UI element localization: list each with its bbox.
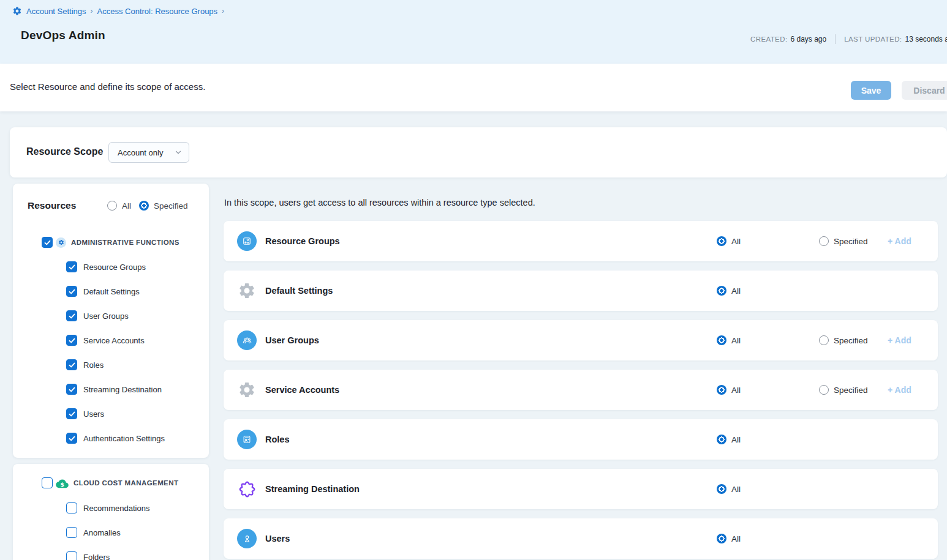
resource-row-users: UsersAll bbox=[224, 518, 938, 559]
breadcrumb-separator: › bbox=[222, 7, 224, 15]
radio-all-label: All bbox=[731, 237, 741, 246]
last-updated-label: LAST UPDATED: bbox=[844, 35, 902, 43]
resource-scope-dropdown[interactable]: Account only bbox=[108, 142, 189, 163]
radio-specified-label: Specified bbox=[834, 336, 868, 345]
radio-all-icon[interactable] bbox=[717, 335, 726, 345]
resource-row-resource-groups: Resource GroupsAllSpecified+ Add bbox=[224, 221, 938, 261]
sidebar-item-resource-groups[interactable]: Resource Groups bbox=[13, 255, 209, 279]
sidebar-item-roles[interactable]: Roles bbox=[13, 353, 209, 377]
radio-all[interactable]: All bbox=[717, 236, 741, 246]
resource-row-default-settings: Default SettingsAll bbox=[224, 271, 938, 311]
radio-all-icon[interactable] bbox=[717, 435, 726, 444]
sidebar-group-items: RecommendationsAnomaliesFolders bbox=[13, 496, 209, 560]
radio-specified-label: Specified bbox=[834, 386, 868, 395]
checkbox-icon[interactable] bbox=[66, 286, 77, 297]
checkbox-icon[interactable] bbox=[66, 502, 77, 513]
sidebar-item-label: Recommendations bbox=[83, 504, 149, 513]
radio-specified-label: Specified bbox=[834, 237, 868, 246]
checkbox-icon[interactable] bbox=[66, 408, 77, 419]
cloud-cost-panel: $ CLOUD COST MANAGEMENT RecommendationsA… bbox=[13, 464, 209, 560]
checkbox-icon[interactable] bbox=[66, 310, 77, 321]
checkbox-icon[interactable] bbox=[66, 261, 77, 272]
add-button[interactable]: + Add bbox=[888, 236, 911, 246]
checkbox-icon[interactable] bbox=[66, 433, 77, 444]
radio-all-icon[interactable] bbox=[107, 201, 117, 211]
radio-all[interactable]: All bbox=[717, 435, 741, 444]
sidebar-item-label: Streaming Destination bbox=[83, 385, 162, 394]
radio-all-label: All bbox=[731, 286, 741, 296]
resource-row-roles: RolesAll bbox=[224, 419, 938, 460]
checkbox-icon[interactable] bbox=[66, 384, 77, 395]
radio-specified[interactable]: Specified bbox=[819, 335, 868, 345]
action-bar: Select Resource and define its scope of … bbox=[0, 64, 947, 111]
checkbox-icon[interactable] bbox=[66, 359, 77, 370]
sidebar-item-anomalies[interactable]: Anomalies bbox=[13, 520, 209, 545]
radio-all[interactable]: All bbox=[717, 534, 741, 543]
resources-radio-all[interactable]: All bbox=[107, 201, 131, 211]
sidebar-item-folders[interactable]: Folders bbox=[13, 545, 209, 560]
sidebar-item-label: Service Accounts bbox=[83, 336, 145, 345]
sidebar-item-label: Default Settings bbox=[83, 287, 140, 296]
radio-all-icon[interactable] bbox=[717, 534, 726, 543]
radio-all-icon[interactable] bbox=[717, 385, 726, 395]
save-button[interactable]: Save bbox=[851, 81, 891, 100]
sidebar-item-label: Roles bbox=[83, 360, 104, 370]
streaming-destination-icon bbox=[236, 479, 257, 499]
meta-info: CREATED: 6 days ago LAST UPDATED: 13 sec… bbox=[750, 34, 947, 44]
sidebar-group-header[interactable]: ADMINISTRATIVE FUNCTIONS bbox=[13, 237, 209, 248]
radio-all[interactable]: All bbox=[717, 385, 741, 395]
header-band: Account Settings › Access Control: Resou… bbox=[0, 0, 947, 64]
radio-all-icon[interactable] bbox=[717, 286, 726, 296]
resource-groups-icon bbox=[236, 231, 257, 251]
radio-all[interactable]: All bbox=[717, 484, 741, 494]
resource-row-label: Streaming Destination bbox=[265, 484, 360, 494]
sidebar-item-label: Users bbox=[83, 409, 104, 419]
add-button[interactable]: + Add bbox=[888, 385, 911, 395]
checkbox-icon[interactable] bbox=[66, 551, 77, 560]
radio-all[interactable]: All bbox=[717, 286, 741, 296]
resources-radio-specified[interactable]: Specified bbox=[139, 201, 188, 211]
radio-all-icon[interactable] bbox=[717, 236, 726, 246]
resource-scope-label: Resource Scope bbox=[26, 146, 103, 157]
sidebar-item-users[interactable]: Users bbox=[13, 401, 209, 426]
discard-button[interactable]: Discard bbox=[902, 81, 947, 100]
user-groups-icon bbox=[236, 330, 257, 350]
radio-all-icon[interactable] bbox=[717, 484, 726, 494]
radio-all-label: All bbox=[731, 435, 741, 444]
sidebar-item-service-accounts[interactable]: Service Accounts bbox=[13, 328, 209, 353]
checkbox-icon[interactable] bbox=[66, 335, 77, 346]
action-description: Select Resource and define its scope of … bbox=[10, 81, 205, 92]
radio-specified-label: Specified bbox=[154, 201, 188, 211]
radio-specified-icon[interactable] bbox=[819, 236, 829, 246]
radio-specified-icon[interactable] bbox=[819, 335, 829, 345]
checkbox-icon[interactable] bbox=[66, 527, 77, 538]
group-checkbox[interactable] bbox=[42, 477, 53, 488]
chevron-down-icon bbox=[174, 148, 183, 157]
page-title: DevOps Admin bbox=[21, 29, 105, 42]
resource-scope-card: Resource Scope Account only bbox=[10, 127, 947, 177]
users-icon bbox=[236, 529, 257, 548]
sidebar-item-user-groups[interactable]: User Groups bbox=[13, 304, 209, 328]
sidebar-group-header[interactable]: $ CLOUD COST MANAGEMENT bbox=[13, 477, 209, 488]
breadcrumb-access-control[interactable]: Access Control: Resource Groups bbox=[97, 7, 218, 16]
sidebar-item-recommendations[interactable]: Recommendations bbox=[13, 496, 209, 520]
add-button[interactable]: + Add bbox=[888, 335, 911, 345]
group-checkbox[interactable] bbox=[42, 237, 53, 248]
sidebar-item-authentication-settings[interactable]: Authentication Settings bbox=[13, 426, 209, 450]
radio-all-label: All bbox=[731, 485, 741, 494]
sidebar-item-default-settings[interactable]: Default Settings bbox=[13, 279, 209, 304]
resource-row-user-groups: User GroupsAllSpecified+ Add bbox=[224, 320, 938, 360]
resource-row-label: Roles bbox=[265, 435, 290, 444]
breadcrumb-account-settings[interactable]: Account Settings bbox=[26, 7, 86, 16]
sidebar-group-label: ADMINISTRATIVE FUNCTIONS bbox=[71, 239, 179, 246]
radio-all[interactable]: All bbox=[717, 335, 741, 345]
radio-specified[interactable]: Specified bbox=[819, 236, 868, 246]
sidebar-item-label: Folders bbox=[83, 553, 110, 560]
meta-divider bbox=[835, 34, 836, 44]
cloud-dollar-icon: $ bbox=[56, 477, 69, 488]
sidebar-item-streaming-destination[interactable]: Streaming Destination bbox=[13, 377, 209, 401]
radio-specified-icon[interactable] bbox=[819, 385, 829, 395]
resources-panel: Resources All Specified ADMINISTRATIVE F… bbox=[13, 184, 209, 458]
radio-specified[interactable]: Specified bbox=[819, 385, 868, 395]
radio-specified-icon[interactable] bbox=[139, 201, 149, 211]
